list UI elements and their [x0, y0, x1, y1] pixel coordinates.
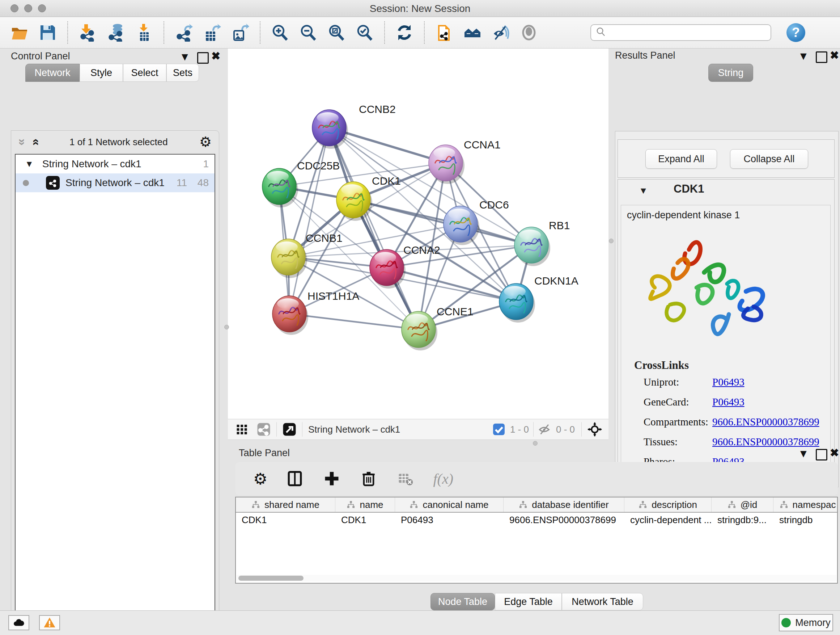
- search-network-databases-icon[interactable]: [463, 23, 482, 42]
- crosslink-link[interactable]: P06493: [712, 396, 745, 408]
- search-box[interactable]: [591, 24, 771, 41]
- column-header-shared-name[interactable]: shared name: [236, 497, 335, 512]
- export-network-icon[interactable]: [174, 23, 193, 42]
- table-settings-gear-icon[interactable]: ⚙: [253, 469, 267, 488]
- section-expander-icon[interactable]: ▼: [639, 185, 648, 196]
- control-panel-float-icon[interactable]: ▼: [180, 51, 190, 62]
- tab-sets[interactable]: Sets: [166, 64, 199, 82]
- tab-network[interactable]: Network: [25, 64, 80, 82]
- column-header--id[interactable]: @id: [712, 497, 774, 512]
- table-panel-maximize-icon[interactable]: [816, 449, 827, 461]
- zoom-in-icon[interactable]: [271, 23, 289, 42]
- results-panel-close-icon[interactable]: ✖: [830, 50, 839, 61]
- show-hide-graphics-icon[interactable]: [491, 23, 510, 42]
- selected-checkbox-icon[interactable]: [492, 423, 506, 436]
- import-table-icon[interactable]: [134, 23, 153, 42]
- tab-node-table[interactable]: Node Table: [431, 593, 495, 610]
- crosslink-link[interactable]: 9606.ENSP00000378699: [712, 416, 819, 428]
- network-node-CCNA2[interactable]: [370, 249, 406, 288]
- column-header-canonical-name[interactable]: canonical name: [395, 497, 504, 512]
- crosslink-link[interactable]: P06493: [712, 376, 745, 388]
- network-node-CDK1[interactable]: [336, 182, 372, 221]
- table-cell: cyclin-dependent ...: [624, 513, 712, 528]
- network-share-icon[interactable]: [257, 423, 271, 436]
- export-table-icon[interactable]: [202, 23, 221, 42]
- hierarchy-icon: [728, 500, 736, 509]
- show-columns-icon[interactable]: [286, 469, 304, 488]
- search-input[interactable]: [606, 27, 771, 39]
- delete-column-icon[interactable]: [359, 469, 378, 488]
- zoom-out-icon[interactable]: [299, 23, 317, 42]
- results-panel-float-icon[interactable]: ▼: [798, 51, 809, 62]
- save-session-icon[interactable]: [38, 23, 57, 42]
- network-node-RB1[interactable]: [515, 227, 550, 266]
- hidden-eye-slash-icon[interactable]: [538, 423, 552, 436]
- network-node-CDC25B[interactable]: [262, 168, 298, 207]
- expand-all-networks-icon[interactable]: »: [27, 139, 42, 146]
- table-cell: P06493: [395, 513, 504, 528]
- expand-all-button[interactable]: Expand All: [645, 149, 717, 169]
- import-database-icon[interactable]: [106, 23, 125, 42]
- memory-button[interactable]: Memory: [779, 614, 833, 631]
- table-panel-float-icon[interactable]: ▼: [798, 448, 809, 459]
- hierarchy-icon: [519, 500, 527, 509]
- tab-style[interactable]: Style: [80, 64, 123, 82]
- hierarchy-icon: [780, 500, 788, 509]
- network-view-canvas[interactable]: CCNB2CCNA1CDC25BCDK1CDC6RB1CCNB1CCNA2CDK…: [228, 49, 608, 419]
- left-splitter-handle[interactable]: [224, 325, 229, 329]
- network-node-CDKN1A[interactable]: [499, 283, 535, 323]
- detach-view-icon[interactable]: [283, 423, 296, 436]
- tab-string[interactable]: String: [708, 64, 753, 82]
- import-file-network-icon[interactable]: [435, 23, 454, 42]
- network-edge-HIST1H1A-CCNE1[interactable]: [289, 314, 418, 329]
- table-horizontal-scrollbar[interactable]: [237, 575, 836, 581]
- hierarchy-icon: [347, 500, 355, 509]
- tab-select[interactable]: Select: [123, 64, 166, 82]
- export-image-icon[interactable]: [231, 23, 249, 42]
- network-collection-row[interactable]: ▼ String Network – cdk1 1: [16, 155, 215, 173]
- network-graph[interactable]: CCNB2CCNA1CDC25BCDK1CDC6RB1CCNB1CCNA2CDK…: [228, 49, 608, 419]
- table-panel-close-icon[interactable]: ✖: [830, 448, 839, 458]
- open-session-icon[interactable]: [10, 23, 29, 42]
- control-panel-maximize-icon[interactable]: [197, 52, 209, 64]
- table-cell: CDK1: [335, 513, 395, 528]
- level-of-detail-icon[interactable]: [519, 23, 538, 42]
- zoom-fit-icon[interactable]: [327, 23, 346, 42]
- crosslinks-heading: CrossLinks: [634, 359, 689, 372]
- network-options-gear-icon[interactable]: ⚙: [199, 134, 212, 150]
- collapse-all-button[interactable]: Collapse All: [730, 149, 808, 169]
- tab-network-table[interactable]: Network Table: [562, 593, 643, 610]
- column-header-namespac[interactable]: namespac: [774, 497, 838, 512]
- help-button[interactable]: ?: [786, 23, 805, 42]
- network-node-HIST1H1A[interactable]: [272, 296, 308, 335]
- control-panel-close-icon[interactable]: ✖: [211, 51, 220, 62]
- zoom-selected-icon[interactable]: [355, 23, 374, 42]
- bottom-splitter-handle[interactable]: [533, 441, 538, 446]
- column-header-description[interactable]: description: [624, 497, 712, 512]
- hierarchy-icon: [638, 500, 647, 509]
- tab-edge-table[interactable]: Edge Table: [495, 593, 562, 610]
- network-view-toolbar: String Network – cdk1 1 - 0 0 - 0: [228, 419, 608, 440]
- network-node-CCNA1[interactable]: [429, 145, 464, 184]
- collection-expander-icon[interactable]: ▼: [25, 159, 34, 169]
- scrollbar-thumb[interactable]: [238, 576, 303, 581]
- network-node-CCNE1[interactable]: [401, 311, 437, 350]
- add-column-icon[interactable]: [322, 469, 341, 488]
- network-node-CCNB2[interactable]: [312, 110, 348, 149]
- network-tree: ▼ String Network – cdk1 1 String Network…: [15, 154, 215, 635]
- network-edge-CCNA2-CDKN1A[interactable]: [387, 268, 516, 302]
- table-row[interactable]: CDK1CDK1P064939606.ENSP00000378699cyclin…: [236, 513, 837, 528]
- column-header-database-identifier[interactable]: database identifier: [504, 497, 624, 512]
- birds-eye-view-icon[interactable]: [235, 423, 249, 436]
- warnings-button[interactable]: [39, 615, 60, 630]
- network-edge-CCNB2-HIST1H1A[interactable]: [289, 128, 329, 314]
- column-header-name[interactable]: name: [335, 497, 395, 512]
- cloud-button[interactable]: [8, 615, 29, 630]
- crosslink-row: Compartments: 9606.ENSP00000378699: [644, 416, 824, 436]
- refresh-icon[interactable]: [395, 23, 414, 42]
- fit-selected-crosshair-icon[interactable]: [587, 422, 602, 437]
- selected-nodes-count: 1 - 0: [510, 424, 529, 435]
- import-network-icon[interactable]: [78, 23, 97, 42]
- network-row[interactable]: String Network – cdk1 11 48: [16, 173, 215, 192]
- results-panel-maximize-icon[interactable]: [816, 51, 827, 63]
